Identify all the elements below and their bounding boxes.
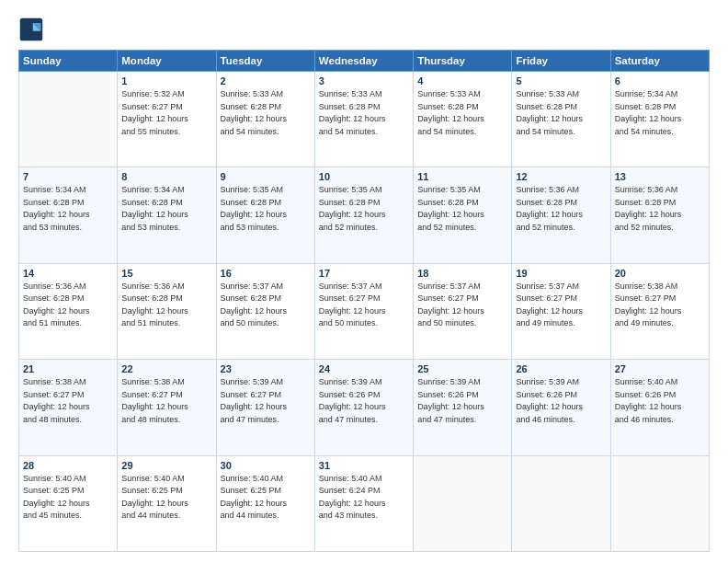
day-number: 28: [23, 460, 113, 471]
day-info: Sunrise: 5:36 AM Sunset: 6:28 PM Dayligh…: [23, 281, 113, 330]
day-cell: 22Sunrise: 5:38 AM Sunset: 6:27 PM Dayli…: [118, 360, 216, 455]
day-info: Sunrise: 5:34 AM Sunset: 6:28 PM Dayligh…: [121, 184, 211, 234]
header-row: SundayMondayTuesdayWednesdayThursdayFrid…: [19, 51, 710, 72]
col-header-saturday: Saturday: [610, 51, 709, 72]
day-info: Sunrise: 5:36 AM Sunset: 6:28 PM Dayligh…: [121, 281, 211, 330]
day-cell: 7Sunrise: 5:34 AM Sunset: 6:28 PM Daylig…: [19, 167, 118, 263]
week-row-4: 21Sunrise: 5:38 AM Sunset: 6:27 PM Dayli…: [19, 360, 710, 455]
day-number: 4: [417, 75, 507, 86]
day-cell: [512, 455, 610, 551]
day-info: Sunrise: 5:34 AM Sunset: 6:28 PM Dayligh…: [615, 88, 705, 138]
day-cell: 8Sunrise: 5:34 AM Sunset: 6:28 PM Daylig…: [118, 167, 216, 263]
week-row-1: 1Sunrise: 5:32 AM Sunset: 6:27 PM Daylig…: [19, 72, 710, 167]
day-cell: 13Sunrise: 5:36 AM Sunset: 6:28 PM Dayli…: [610, 167, 709, 263]
day-number: 9: [221, 171, 311, 182]
day-info: Sunrise: 5:40 AM Sunset: 6:24 PM Dayligh…: [319, 473, 409, 523]
day-info: Sunrise: 5:32 AM Sunset: 6:27 PM Dayligh…: [121, 88, 211, 138]
day-info: Sunrise: 5:37 AM Sunset: 6:27 PM Dayligh…: [319, 281, 409, 330]
day-info: Sunrise: 5:35 AM Sunset: 6:28 PM Dayligh…: [221, 184, 311, 234]
day-cell: [19, 72, 118, 167]
day-number: 27: [615, 363, 705, 374]
day-info: Sunrise: 5:39 AM Sunset: 6:26 PM Dayligh…: [516, 376, 606, 426]
day-number: 25: [417, 363, 507, 374]
day-info: Sunrise: 5:38 AM Sunset: 6:27 PM Dayligh…: [23, 376, 113, 426]
day-info: Sunrise: 5:36 AM Sunset: 6:28 PM Dayligh…: [615, 184, 705, 234]
day-info: Sunrise: 5:39 AM Sunset: 6:27 PM Dayligh…: [221, 376, 311, 426]
day-number: 18: [417, 268, 507, 279]
day-info: Sunrise: 5:40 AM Sunset: 6:25 PM Dayligh…: [23, 473, 113, 523]
day-cell: 4Sunrise: 5:33 AM Sunset: 6:28 PM Daylig…: [414, 72, 512, 167]
day-cell: 12Sunrise: 5:36 AM Sunset: 6:28 PM Dayli…: [512, 167, 610, 263]
week-row-2: 7Sunrise: 5:34 AM Sunset: 6:28 PM Daylig…: [19, 167, 710, 263]
day-info: Sunrise: 5:39 AM Sunset: 6:26 PM Dayligh…: [319, 376, 409, 426]
col-header-thursday: Thursday: [414, 51, 512, 72]
day-cell: 21Sunrise: 5:38 AM Sunset: 6:27 PM Dayli…: [19, 360, 118, 455]
day-info: Sunrise: 5:35 AM Sunset: 6:28 PM Dayligh…: [417, 184, 507, 234]
day-cell: 20Sunrise: 5:38 AM Sunset: 6:27 PM Dayli…: [610, 263, 709, 359]
day-cell: 3Sunrise: 5:33 AM Sunset: 6:28 PM Daylig…: [314, 72, 413, 167]
day-cell: 18Sunrise: 5:37 AM Sunset: 6:27 PM Dayli…: [414, 263, 512, 359]
day-number: 22: [121, 363, 211, 374]
day-cell: 2Sunrise: 5:33 AM Sunset: 6:28 PM Daylig…: [216, 72, 314, 167]
day-cell: 14Sunrise: 5:36 AM Sunset: 6:28 PM Dayli…: [19, 263, 118, 359]
col-header-friday: Friday: [512, 51, 610, 72]
day-cell: 19Sunrise: 5:37 AM Sunset: 6:27 PM Dayli…: [512, 263, 610, 359]
day-number: 8: [121, 171, 211, 182]
day-number: 26: [516, 363, 606, 374]
day-number: 23: [221, 363, 311, 374]
day-number: 10: [319, 171, 409, 182]
day-info: Sunrise: 5:40 AM Sunset: 6:25 PM Dayligh…: [221, 473, 311, 523]
day-cell: [414, 455, 512, 551]
day-number: 16: [221, 268, 311, 279]
day-info: Sunrise: 5:37 AM Sunset: 6:28 PM Dayligh…: [221, 281, 311, 330]
day-number: 17: [319, 268, 409, 279]
day-cell: 10Sunrise: 5:35 AM Sunset: 6:28 PM Dayli…: [314, 167, 413, 263]
logo-icon: [18, 17, 44, 42]
day-number: 1: [121, 75, 211, 86]
calendar-table: SundayMondayTuesdayWednesdayThursdayFrid…: [18, 50, 710, 552]
logo: [18, 17, 48, 42]
day-number: 15: [121, 268, 211, 279]
day-number: 19: [516, 268, 606, 279]
day-info: Sunrise: 5:33 AM Sunset: 6:28 PM Dayligh…: [417, 88, 507, 138]
col-header-wednesday: Wednesday: [314, 51, 413, 72]
day-number: 2: [221, 75, 311, 86]
day-cell: 25Sunrise: 5:39 AM Sunset: 6:26 PM Dayli…: [414, 360, 512, 455]
col-header-tuesday: Tuesday: [216, 51, 314, 72]
week-row-5: 28Sunrise: 5:40 AM Sunset: 6:25 PM Dayli…: [19, 455, 710, 551]
day-number: 13: [615, 171, 705, 182]
day-info: Sunrise: 5:33 AM Sunset: 6:28 PM Dayligh…: [319, 88, 409, 138]
day-info: Sunrise: 5:38 AM Sunset: 6:27 PM Dayligh…: [121, 376, 211, 426]
day-cell: 30Sunrise: 5:40 AM Sunset: 6:25 PM Dayli…: [216, 455, 314, 551]
day-info: Sunrise: 5:33 AM Sunset: 6:28 PM Dayligh…: [221, 88, 311, 138]
day-cell: [610, 455, 709, 551]
day-info: Sunrise: 5:38 AM Sunset: 6:27 PM Dayligh…: [615, 281, 705, 330]
day-cell: 6Sunrise: 5:34 AM Sunset: 6:28 PM Daylig…: [610, 72, 709, 167]
day-cell: 1Sunrise: 5:32 AM Sunset: 6:27 PM Daylig…: [118, 72, 216, 167]
day-number: 14: [23, 268, 113, 279]
day-info: Sunrise: 5:37 AM Sunset: 6:27 PM Dayligh…: [516, 281, 606, 330]
week-row-3: 14Sunrise: 5:36 AM Sunset: 6:28 PM Dayli…: [19, 263, 710, 359]
day-cell: 28Sunrise: 5:40 AM Sunset: 6:25 PM Dayli…: [19, 455, 118, 551]
day-number: 31: [319, 460, 409, 471]
col-header-monday: Monday: [118, 51, 216, 72]
day-cell: 26Sunrise: 5:39 AM Sunset: 6:26 PM Dayli…: [512, 360, 610, 455]
day-info: Sunrise: 5:40 AM Sunset: 6:26 PM Dayligh…: [615, 376, 705, 426]
day-info: Sunrise: 5:37 AM Sunset: 6:27 PM Dayligh…: [417, 281, 507, 330]
day-cell: 29Sunrise: 5:40 AM Sunset: 6:25 PM Dayli…: [118, 455, 216, 551]
day-number: 21: [23, 363, 113, 374]
day-info: Sunrise: 5:33 AM Sunset: 6:28 PM Dayligh…: [516, 88, 606, 138]
day-info: Sunrise: 5:34 AM Sunset: 6:28 PM Dayligh…: [23, 184, 113, 234]
day-number: 24: [319, 363, 409, 374]
day-number: 6: [615, 75, 705, 86]
day-info: Sunrise: 5:35 AM Sunset: 6:28 PM Dayligh…: [319, 184, 409, 234]
header: [18, 17, 710, 42]
day-info: Sunrise: 5:39 AM Sunset: 6:26 PM Dayligh…: [417, 376, 507, 426]
day-cell: 11Sunrise: 5:35 AM Sunset: 6:28 PM Dayli…: [414, 167, 512, 263]
day-info: Sunrise: 5:40 AM Sunset: 6:25 PM Dayligh…: [121, 473, 211, 523]
day-info: Sunrise: 5:36 AM Sunset: 6:28 PM Dayligh…: [516, 184, 606, 234]
page: SundayMondayTuesdayWednesdayThursdayFrid…: [0, 0, 728, 563]
day-cell: 27Sunrise: 5:40 AM Sunset: 6:26 PM Dayli…: [610, 360, 709, 455]
day-number: 12: [516, 171, 606, 182]
day-cell: 24Sunrise: 5:39 AM Sunset: 6:26 PM Dayli…: [314, 360, 413, 455]
